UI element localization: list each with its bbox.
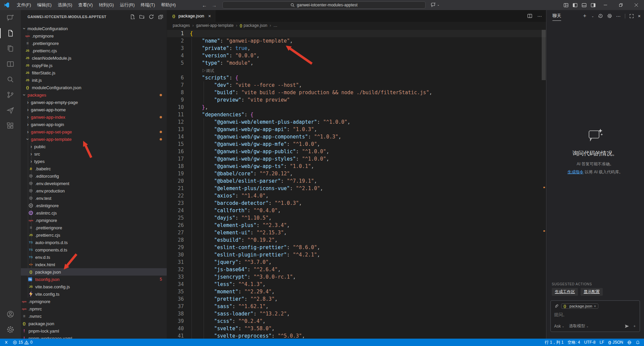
customize-layout-icon[interactable] xyxy=(564,3,569,8)
code-line-9[interactable]: 9"preview": "vite preview" xyxy=(167,96,546,104)
restore-button[interactable] xyxy=(613,0,629,10)
tree-item-.npmignore[interactable]: npm.npmignore xyxy=(21,32,167,40)
tree-item-package.json[interactable]: {}package.json xyxy=(21,320,167,327)
tree-item-src[interactable]: src xyxy=(21,150,167,158)
code-line-12[interactable]: 12"@ganwei-web/element-plus-adapter": "^… xyxy=(167,118,546,126)
tree-item-auto-imports.d.ts[interactable]: TSauto-imports.d.ts xyxy=(21,239,167,246)
send-options-chevron-icon[interactable]: ＋ xyxy=(633,324,636,329)
close-button[interactable] xyxy=(629,0,644,10)
code-line-lens[interactable]: ▷调试 xyxy=(167,67,546,74)
chat-input-box[interactable]: {} package.json × 提问。 Ask⌄ 选取模型⌄ ＋ xyxy=(550,300,640,332)
code-line-23[interactable]: 23"barcode-detector": "^1.0.3", xyxy=(167,199,546,207)
tree-item-env.d.ts[interactable]: TSenv.d.ts xyxy=(21,253,167,261)
tree-item-filterStatic.js[interactable]: JSfilterStatic.js xyxy=(21,69,167,76)
new-file-icon[interactable] xyxy=(130,14,135,19)
tree-item-copyFile.js[interactable]: JScopyFile.js xyxy=(21,62,167,69)
code-line-41[interactable]: 41"svelte-preprocess": "^5.0.3", xyxy=(167,332,546,339)
remote-send-activity-icon[interactable] xyxy=(0,103,21,118)
chip-close-icon[interactable]: × xyxy=(594,304,596,308)
tree-item-ganwei-app-set-page[interactable]: ganwei-app-set-page xyxy=(21,128,167,135)
chat-mode-dropdown[interactable]: Ask⌄ xyxy=(554,324,565,329)
breadcrumb-item-3[interactable]: … xyxy=(273,23,277,28)
source-control-activity-icon[interactable] xyxy=(0,87,21,103)
editor-scrollbar[interactable] xyxy=(541,29,546,339)
tree-item-init.js[interactable]: JSinit.js xyxy=(21,76,167,84)
code-line-20[interactable]: 20"@babel/eslint-parser": "^7.19.1", xyxy=(167,177,546,185)
tree-item-ganwei-app-login[interactable]: ganwei-app-login xyxy=(21,121,167,128)
menu-item-2[interactable]: 选择(S) xyxy=(55,0,75,10)
code-line-37[interactable]: 37"sass": "^1.62.1", xyxy=(167,303,546,310)
code-line-19[interactable]: 19"@babel/core": "^7.20.12", xyxy=(167,170,546,177)
breadcrumb-item-1[interactable]: ganwei-app-template xyxy=(196,23,233,28)
code-line-27[interactable]: 27"element-ui": "^2.15.3", xyxy=(167,229,546,236)
tree-item-pnpm-lock.yaml[interactable]: !pnpm-lock.yaml xyxy=(21,327,167,335)
tree-item-.prettierignore[interactable]: ≡.prettierignore xyxy=(21,224,167,231)
chat-settings-gear-icon[interactable] xyxy=(607,13,612,18)
tree-item-.prettierrc.cjs[interactable]: JS.prettierrc.cjs xyxy=(21,47,167,54)
code-line-34[interactable]: 34"less": "^4.1.3", xyxy=(167,281,546,288)
breadcrumb[interactable]: packages›ganwei-app-template›{}package.j… xyxy=(167,22,546,29)
tree-item-.babelrc[interactable]: B.babelrc xyxy=(21,165,167,172)
globe-indicator[interactable] xyxy=(625,339,634,346)
extensions-activity-icon[interactable] xyxy=(0,118,21,133)
refresh-icon[interactable] xyxy=(149,14,154,19)
explorer-activity-icon[interactable] xyxy=(0,25,21,41)
generate-instructions-link[interactable]: 生成指令 xyxy=(568,170,584,174)
problems-indicator[interactable]: 15 0 xyxy=(11,339,35,346)
tree-item-components.d.ts[interactable]: TScomponents.d.ts xyxy=(21,246,167,253)
code-line-13[interactable]: 13"@ganwei-web/gw-app-api": "1.0.3", xyxy=(167,126,546,133)
search-activity-icon[interactable] xyxy=(0,72,21,87)
code-line-14[interactable]: 14"@ganwei-web/gw-app-components": "^1.0… xyxy=(167,133,546,140)
tree-item-.nvmrc[interactable]: ≡.nvmrc xyxy=(21,312,167,320)
tab-package-json[interactable]: {} package.json × xyxy=(167,10,215,22)
code-line-24[interactable]: 24"callforth": "^0.4.0", xyxy=(167,207,546,214)
tree-item-public[interactable]: public xyxy=(21,143,167,150)
collapse-all-icon[interactable] xyxy=(158,14,163,19)
tree-item-vite.config.ts[interactable]: vite.config.ts xyxy=(21,290,167,298)
code-line-3[interactable]: 3"private": true, xyxy=(167,45,546,52)
menu-item-7[interactable]: 帮助(H) xyxy=(158,0,179,10)
code-line-40[interactable]: 40"svelte": "^3.58.0", xyxy=(167,325,546,332)
code-line-32[interactable]: 32"js-base64": "^2.6.4", xyxy=(167,266,546,273)
code-line-16[interactable]: 16"@ganwei-web/gw-app-public": "^1.0.0", xyxy=(167,148,546,155)
code-line-29[interactable]: 29"eslint-config-prettier": "^8.6.0", xyxy=(167,244,546,251)
code-line-17[interactable]: 17"@ganwei-web/gw-app-styles": "^1.0.0", xyxy=(167,155,546,163)
tree-item-ganwei-app-template[interactable]: ganwei-app-template xyxy=(21,135,167,143)
code-line-31[interactable]: 31"jquery": "^3.7.0", xyxy=(167,258,546,266)
code-line-35[interactable]: 35"moment": "^2.29.4", xyxy=(167,288,546,295)
code-line-4[interactable]: 4"version": "0.0.0", xyxy=(167,52,546,59)
tree-item-ganwei-app-home[interactable]: ganwei-app-home xyxy=(21,106,167,113)
code-line-6[interactable]: 6"scripts": { xyxy=(167,74,546,81)
language-mode[interactable]: {} JSON xyxy=(606,339,625,346)
tree-item-.eslintrc.cjs[interactable]: .eslintrc.cjs xyxy=(21,209,167,217)
code-line-36[interactable]: 36"prettier": "^2.8.3", xyxy=(167,295,546,303)
notifications-bell[interactable] xyxy=(634,339,642,346)
tree-item-.env.test[interactable]: .env.test xyxy=(21,194,167,202)
tree-item-.npmignore[interactable]: npm.npmignore xyxy=(21,217,167,224)
tree-item-.env.production[interactable]: .env.production xyxy=(21,187,167,194)
tree-item-ganwei-app-empty-page[interactable]: ganwei-app-empty-page xyxy=(21,99,167,106)
code-line-21[interactable]: 21"@element-plus/icons-vue": "^2.1.0", xyxy=(167,185,546,192)
command-center-search[interactable]: ganwei-iotcenter-modules-apptest xyxy=(222,1,426,9)
tree-item-packages[interactable]: packages xyxy=(21,91,167,99)
code-line-2[interactable]: 2"name": "ganwei-app-template", xyxy=(167,37,546,45)
code-editor[interactable]: 1{2"name": "ganwei-app-template",3"priva… xyxy=(167,29,546,339)
generate-workspace-button[interactable]: 生成工作区 xyxy=(552,288,578,296)
send-icon[interactable] xyxy=(625,324,629,329)
menu-item-6[interactable]: 终端(T) xyxy=(138,0,158,10)
new-chat-icon[interactable]: ＋ xyxy=(582,12,587,19)
tree-item-index.html[interactable]: <>index.html xyxy=(21,261,167,268)
tab-close-icon[interactable]: × xyxy=(208,13,211,19)
code-line-25[interactable]: 25"dayjs": "^1.10.5", xyxy=(167,214,546,222)
chat-close-icon[interactable]: × xyxy=(638,13,641,19)
breadcrumb-item-2[interactable]: {}package.json xyxy=(239,23,267,28)
copilot-chat-activity-icon[interactable] xyxy=(0,10,21,25)
toggle-primary-sidebar-icon[interactable] xyxy=(573,3,578,8)
split-editor-icon[interactable] xyxy=(527,13,532,18)
model-picker-dropdown[interactable]: 选取模型⌄ xyxy=(569,323,589,329)
code-line-38[interactable]: 38"sass-loader": "^13.2.2", xyxy=(167,310,546,318)
tree-item-package.json[interactable]: {}package.json xyxy=(21,268,167,276)
chat-more-actions-icon[interactable]: ⋯ xyxy=(616,13,621,19)
account-icon[interactable] xyxy=(0,306,21,322)
chat-maximize-icon[interactable] xyxy=(629,14,634,18)
